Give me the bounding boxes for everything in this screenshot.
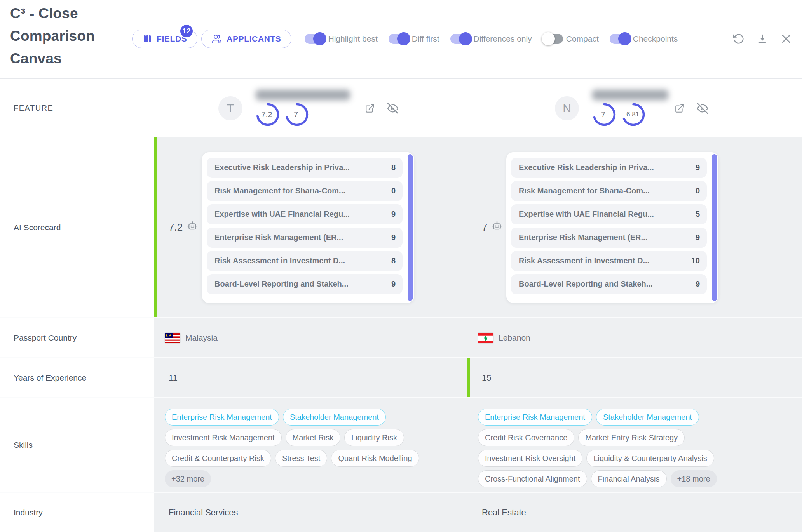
- toggle-differences-only[interactable]: Differences only: [450, 34, 532, 44]
- score-ring: 7.2: [256, 103, 280, 127]
- columns-icon: [143, 34, 152, 43]
- row-passport-country: Passport CountryMalaysiaLebanon: [0, 317, 802, 357]
- toggle-label: Highlight best: [328, 34, 377, 43]
- skill-chip: Investment Risk Management: [165, 429, 282, 446]
- score-ring-value: 7: [285, 103, 309, 127]
- scorecard-item: Expertise with UAE Financial Regu...5: [511, 204, 707, 224]
- skill-chip: Liquidity Risk: [344, 429, 404, 446]
- industry-value: Financial Services: [169, 508, 238, 518]
- scorecard-item: Enterprise Risk Management (ER...9: [511, 228, 707, 248]
- applicants-button-label: APPLICANTS: [227, 34, 281, 43]
- toggle-checkpoints[interactable]: Checkpoints: [610, 34, 678, 44]
- row-years-of-experience: Years of Experience1115: [0, 357, 802, 397]
- scorecard-item-score: 9: [692, 163, 700, 172]
- fields-button[interactable]: FIELDS 12: [132, 30, 197, 48]
- skill-chip: Liquidity & Counterparty Analysis: [586, 450, 714, 467]
- years-of-experience-value: 11: [169, 373, 178, 383]
- toggle-knob: [542, 32, 555, 45]
- row-ai-scorecard: AI Scorecard7.2Executive Risk Leadership…: [0, 137, 802, 317]
- toggle-label: Compact: [566, 34, 599, 43]
- scorecard-item: Board-Level Reporting and Stakeh...9: [511, 274, 707, 294]
- toggle-diff-first[interactable]: Diff first: [389, 34, 439, 44]
- scorecard-item-score: 0: [692, 186, 700, 195]
- scorecard-item-score: 0: [387, 186, 396, 195]
- robot-icon: [491, 220, 503, 235]
- scorecard-item-name: Board-Level Reporting and Stakeh...: [214, 280, 349, 289]
- applicant-name-redacted: [592, 90, 668, 100]
- refresh-icon[interactable]: [733, 33, 744, 45]
- scorecard-item: Risk Management for Sharia-Com...0: [511, 181, 707, 201]
- scorecard-item-name: Board-Level Reporting and Stakeh...: [519, 280, 653, 289]
- cell-ai-scorecard-2: 7Executive Risk Leadership in Priva...9R…: [467, 137, 802, 317]
- country-name: Lebanon: [499, 333, 530, 342]
- score-ring-value: 7: [592, 103, 616, 127]
- scorecard-item-score: 9: [387, 233, 396, 242]
- skills-chips: Enterprise Risk ManagementStakeholder Ma…: [165, 409, 421, 487]
- scorecard-item-score: 8: [387, 256, 396, 265]
- toggle-switch[interactable]: [543, 34, 563, 44]
- scorecard-card: Executive Risk Leadership in Priva...8Ri…: [202, 152, 414, 303]
- scorecard-item-name: Enterprise Risk Management (ER...: [214, 233, 343, 242]
- skills-chips: Enterprise Risk ManagementStakeholder Ma…: [478, 409, 754, 487]
- hide-applicant-icon[interactable]: [387, 103, 398, 114]
- scorecard-item-score: 9: [387, 210, 396, 219]
- skill-chip: Credit & Counterparty Risk: [165, 450, 271, 467]
- toggle-highlight-best[interactable]: Highlight best: [305, 34, 377, 44]
- scorecard-item: Risk Assessment in Investment D...10: [511, 251, 707, 271]
- scorecard-item-name: Enterprise Risk Management (ER...: [519, 233, 647, 242]
- skill-chip: Quant Risk Modelling: [331, 450, 419, 467]
- scorecard-item-score: 5: [692, 210, 700, 219]
- skill-chip: Credit Risk Governance: [478, 429, 574, 446]
- skill-chip: Stakeholder Management: [283, 409, 386, 426]
- ai-score: 7.2: [169, 220, 198, 235]
- skill-chip: Market Risk: [286, 429, 341, 446]
- toggle-switch[interactable]: [305, 34, 325, 44]
- scorecard-item-name: Risk Assessment in Investment D...: [519, 256, 649, 265]
- close-icon[interactable]: [780, 33, 792, 45]
- toggle-compact[interactable]: Compact: [543, 34, 599, 44]
- toggle-switch[interactable]: [450, 34, 471, 44]
- skill-chip: Enterprise Risk Management: [165, 409, 279, 426]
- page-title: C³ - Close Comparison Canvas: [10, 2, 102, 70]
- row-label: Industry: [0, 493, 154, 532]
- skill-chip: Market Entry Risk Strategy: [578, 429, 685, 446]
- row-label: Skills: [0, 398, 154, 492]
- flag-malaysia-icon: [165, 333, 180, 343]
- row-label: Years of Experience: [0, 358, 154, 397]
- row-label: AI Scorecard: [0, 137, 154, 317]
- industry-value: Real Estate: [482, 508, 526, 518]
- score-rings: 7.27: [256, 103, 350, 127]
- scorecard-item-score: 10: [687, 256, 700, 265]
- more-skills-chip[interactable]: +18 more: [671, 470, 717, 487]
- scorecard-item: Expertise with UAE Financial Regu...9: [207, 204, 403, 224]
- applicants-button[interactable]: APPLICANTS: [201, 30, 291, 48]
- cell-skills-2: Enterprise Risk ManagementStakeholder Ma…: [467, 398, 802, 492]
- people-icon: [212, 34, 222, 44]
- header-action-icons: [733, 33, 792, 45]
- score-ring: 6.81: [621, 103, 645, 127]
- skill-chip: Stress Test: [275, 450, 328, 467]
- more-skills-chip[interactable]: +32 more: [165, 470, 211, 487]
- scorecard-item-name: Executive Risk Leadership in Priva...: [214, 163, 350, 172]
- cell-years-of-experience-1: 11: [154, 358, 467, 397]
- row-industry: IndustryFinancial ServicesReal Estate: [0, 492, 802, 532]
- canvas-header: C³ - Close Comparison Canvas FIELDS 12 A…: [0, 0, 802, 79]
- scorecard-scrollbar[interactable]: [712, 154, 717, 301]
- toggle-switch[interactable]: [610, 34, 630, 44]
- open-applicant-icon[interactable]: [675, 103, 685, 113]
- robot-icon: [187, 220, 198, 235]
- flag-lebanon-icon: [478, 333, 493, 343]
- scorecard-item-score: 8: [387, 163, 396, 172]
- scorecard-item-name: Executive Risk Leadership in Priva...: [519, 163, 654, 172]
- skill-chip: Stakeholder Management: [596, 409, 699, 426]
- download-icon[interactable]: [757, 33, 768, 44]
- cell-passport-country-2: Lebanon: [467, 318, 802, 357]
- toggle-label: Checkpoints: [633, 34, 678, 43]
- cell-years-of-experience-2: 15: [467, 358, 802, 397]
- toggle-knob: [313, 32, 326, 45]
- open-applicant-icon[interactable]: [365, 103, 375, 113]
- toggle-switch[interactable]: [389, 34, 409, 44]
- scorecard-item-name: Expertise with UAE Financial Regu...: [519, 210, 654, 219]
- scorecard-scrollbar[interactable]: [408, 154, 413, 301]
- hide-applicant-icon[interactable]: [697, 103, 708, 114]
